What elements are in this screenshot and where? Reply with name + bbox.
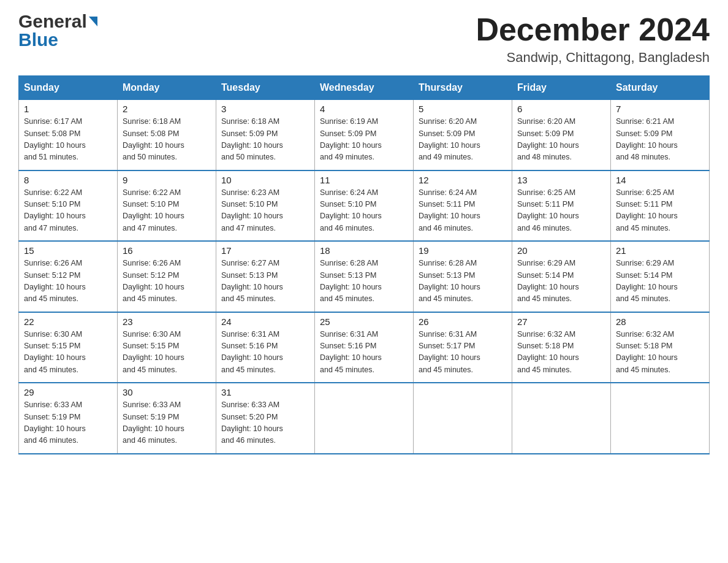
day-info: Sunrise: 6:30 AMSunset: 5:15 PMDaylight:…	[123, 329, 211, 377]
day-number: 20	[517, 245, 605, 256]
day-number: 9	[123, 175, 211, 185]
calendar-cell: 8Sunrise: 6:22 AMSunset: 5:10 PMDaylight…	[19, 170, 118, 242]
logo-general: General	[18, 12, 87, 31]
day-info: Sunrise: 6:24 AMSunset: 5:11 PMDaylight:…	[419, 187, 507, 235]
day-number: 22	[24, 316, 112, 327]
calendar-week-row: 15Sunrise: 6:26 AMSunset: 5:12 PMDayligh…	[19, 241, 710, 312]
day-info: Sunrise: 6:33 AMSunset: 5:20 PMDaylight:…	[221, 399, 309, 447]
day-number: 15	[24, 245, 112, 256]
calendar-cell: 24Sunrise: 6:31 AMSunset: 5:16 PMDayligh…	[216, 312, 315, 383]
calendar-week-row: 8Sunrise: 6:22 AMSunset: 5:10 PMDaylight…	[19, 170, 710, 242]
calendar-cell	[414, 383, 512, 454]
calendar-cell: 9Sunrise: 6:22 AMSunset: 5:10 PMDaylight…	[118, 170, 216, 242]
day-info: Sunrise: 6:22 AMSunset: 5:10 PMDaylight:…	[24, 187, 112, 235]
calendar-cell: 31Sunrise: 6:33 AMSunset: 5:20 PMDayligh…	[216, 383, 315, 454]
calendar-cell: 26Sunrise: 6:31 AMSunset: 5:17 PMDayligh…	[414, 312, 512, 383]
day-number: 26	[419, 316, 507, 327]
calendar-cell: 4Sunrise: 6:19 AMSunset: 5:09 PMDaylight…	[315, 100, 414, 170]
day-number: 13	[517, 175, 605, 185]
day-info: Sunrise: 6:24 AMSunset: 5:10 PMDaylight:…	[320, 187, 408, 235]
calendar-cell: 30Sunrise: 6:33 AMSunset: 5:19 PMDayligh…	[118, 383, 216, 454]
calendar-cell: 18Sunrise: 6:28 AMSunset: 5:13 PMDayligh…	[315, 241, 414, 312]
calendar-cell	[611, 383, 710, 454]
calendar-cell: 13Sunrise: 6:25 AMSunset: 5:11 PMDayligh…	[512, 170, 611, 242]
day-info: Sunrise: 6:32 AMSunset: 5:18 PMDaylight:…	[517, 329, 605, 377]
day-info: Sunrise: 6:19 AMSunset: 5:09 PMDaylight:…	[320, 116, 408, 164]
day-number: 19	[419, 245, 507, 256]
day-number: 5	[419, 104, 507, 114]
col-header-sunday: Sunday	[19, 76, 118, 100]
day-number: 14	[616, 175, 704, 185]
calendar-cell: 3Sunrise: 6:18 AMSunset: 5:09 PMDaylight…	[216, 100, 315, 170]
col-header-thursday: Thursday	[414, 76, 512, 100]
day-info: Sunrise: 6:31 AMSunset: 5:16 PMDaylight:…	[320, 329, 408, 377]
day-number: 25	[320, 316, 408, 327]
calendar-cell: 2Sunrise: 6:18 AMSunset: 5:08 PMDaylight…	[118, 100, 216, 170]
day-info: Sunrise: 6:25 AMSunset: 5:11 PMDaylight:…	[517, 187, 605, 235]
day-number: 24	[221, 316, 309, 327]
calendar-cell: 19Sunrise: 6:28 AMSunset: 5:13 PMDayligh…	[414, 241, 512, 312]
day-number: 10	[221, 175, 309, 185]
day-info: Sunrise: 6:22 AMSunset: 5:10 PMDaylight:…	[123, 187, 211, 235]
logo-blue: Blue	[18, 31, 97, 49]
day-number: 18	[320, 245, 408, 256]
day-info: Sunrise: 6:28 AMSunset: 5:13 PMDaylight:…	[419, 258, 507, 305]
location-subtitle: Sandwip, Chittagong, Bangladesh	[476, 50, 710, 66]
day-number: 2	[123, 104, 211, 114]
calendar-table: SundayMondayTuesdayWednesdayThursdayFrid…	[18, 75, 710, 454]
calendar-header-row: SundayMondayTuesdayWednesdayThursdayFrid…	[19, 76, 710, 100]
day-info: Sunrise: 6:17 AMSunset: 5:08 PMDaylight:…	[24, 116, 112, 164]
col-header-saturday: Saturday	[611, 76, 710, 100]
day-info: Sunrise: 6:33 AMSunset: 5:19 PMDaylight:…	[123, 399, 211, 447]
col-header-wednesday: Wednesday	[315, 76, 414, 100]
calendar-cell: 15Sunrise: 6:26 AMSunset: 5:12 PMDayligh…	[19, 241, 118, 312]
day-number: 31	[221, 387, 309, 397]
calendar-week-row: 22Sunrise: 6:30 AMSunset: 5:15 PMDayligh…	[19, 312, 710, 383]
title-section: December 2024 Sandwip, Chittagong, Bangl…	[476, 12, 710, 66]
calendar-cell: 16Sunrise: 6:26 AMSunset: 5:12 PMDayligh…	[118, 241, 216, 312]
day-number: 16	[123, 245, 211, 256]
calendar-cell: 12Sunrise: 6:24 AMSunset: 5:11 PMDayligh…	[414, 170, 512, 242]
day-number: 11	[320, 175, 408, 185]
day-info: Sunrise: 6:26 AMSunset: 5:12 PMDaylight:…	[24, 258, 112, 305]
calendar-cell	[512, 383, 611, 454]
calendar-cell: 20Sunrise: 6:29 AMSunset: 5:14 PMDayligh…	[512, 241, 611, 312]
day-number: 28	[616, 316, 704, 327]
calendar-cell: 10Sunrise: 6:23 AMSunset: 5:10 PMDayligh…	[216, 170, 315, 242]
day-number: 3	[221, 104, 309, 114]
day-info: Sunrise: 6:31 AMSunset: 5:17 PMDaylight:…	[419, 329, 507, 377]
calendar-cell: 25Sunrise: 6:31 AMSunset: 5:16 PMDayligh…	[315, 312, 414, 383]
day-number: 30	[123, 387, 211, 397]
day-number: 8	[24, 175, 112, 185]
day-info: Sunrise: 6:28 AMSunset: 5:13 PMDaylight:…	[320, 258, 408, 305]
day-number: 6	[517, 104, 605, 114]
calendar-cell: 28Sunrise: 6:32 AMSunset: 5:18 PMDayligh…	[611, 312, 710, 383]
calendar-week-row: 1Sunrise: 6:17 AMSunset: 5:08 PMDaylight…	[19, 100, 710, 170]
day-number: 4	[320, 104, 408, 114]
day-info: Sunrise: 6:30 AMSunset: 5:15 PMDaylight:…	[24, 329, 112, 377]
month-year-title: December 2024	[476, 12, 710, 47]
day-info: Sunrise: 6:23 AMSunset: 5:10 PMDaylight:…	[221, 187, 309, 235]
day-number: 23	[123, 316, 211, 327]
col-header-monday: Monday	[118, 76, 216, 100]
day-number: 1	[24, 104, 112, 114]
day-info: Sunrise: 6:26 AMSunset: 5:12 PMDaylight:…	[123, 258, 211, 305]
calendar-cell: 5Sunrise: 6:20 AMSunset: 5:09 PMDaylight…	[414, 100, 512, 170]
logo-triangle-icon	[89, 17, 97, 26]
calendar-cell: 17Sunrise: 6:27 AMSunset: 5:13 PMDayligh…	[216, 241, 315, 312]
col-header-tuesday: Tuesday	[216, 76, 315, 100]
calendar-cell: 23Sunrise: 6:30 AMSunset: 5:15 PMDayligh…	[118, 312, 216, 383]
day-info: Sunrise: 6:20 AMSunset: 5:09 PMDaylight:…	[419, 116, 507, 164]
calendar-cell: 1Sunrise: 6:17 AMSunset: 5:08 PMDaylight…	[19, 100, 118, 170]
day-number: 21	[616, 245, 704, 256]
col-header-friday: Friday	[512, 76, 611, 100]
calendar-cell: 14Sunrise: 6:25 AMSunset: 5:11 PMDayligh…	[611, 170, 710, 242]
calendar-cell: 22Sunrise: 6:30 AMSunset: 5:15 PMDayligh…	[19, 312, 118, 383]
day-number: 7	[616, 104, 704, 114]
day-info: Sunrise: 6:21 AMSunset: 5:09 PMDaylight:…	[616, 116, 704, 164]
day-info: Sunrise: 6:20 AMSunset: 5:09 PMDaylight:…	[517, 116, 605, 164]
page-header: General Blue December 2024 Sandwip, Chit…	[18, 12, 710, 66]
day-info: Sunrise: 6:29 AMSunset: 5:14 PMDaylight:…	[616, 258, 704, 305]
calendar-cell	[315, 383, 414, 454]
calendar-week-row: 29Sunrise: 6:33 AMSunset: 5:19 PMDayligh…	[19, 383, 710, 454]
